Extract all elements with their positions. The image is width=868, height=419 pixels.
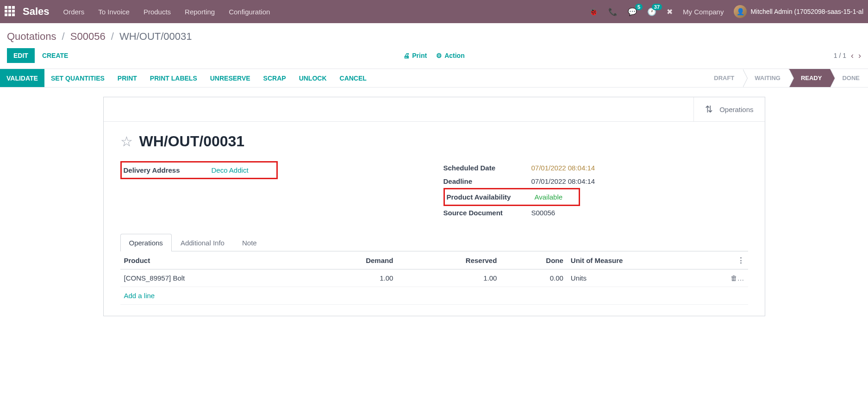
print-labels-button[interactable]: PRINT LABELS	[144, 69, 204, 87]
favorite-star-icon[interactable]: ☆	[120, 133, 133, 150]
scheduled-date-value: 07/01/2022 08:04:14	[531, 164, 595, 172]
availability-label: Product Availability	[447, 193, 535, 201]
avatar: 👤	[734, 5, 747, 18]
source-document-label: Source Document	[443, 209, 531, 217]
print-icon: 🖨	[403, 52, 410, 59]
breadcrumb-current: WH/OUT/00031	[119, 31, 192, 42]
availability-highlight: Product Availability Available	[443, 188, 580, 206]
stage-done[interactable]: DONE	[830, 69, 868, 87]
operations-stat-button[interactable]: ⇅ Operations	[693, 97, 764, 121]
scheduled-date-label: Scheduled Date	[443, 164, 531, 172]
activities-badge: 37	[652, 4, 662, 10]
delete-row-icon[interactable]: 🗑…	[731, 274, 744, 282]
tab-operations[interactable]: Operations	[120, 234, 172, 251]
phone-icon[interactable]: 📞	[608, 7, 618, 16]
deadline-value: 07/01/2022 08:04:14	[531, 177, 595, 185]
stage-draft[interactable]: DRAFT	[702, 69, 743, 87]
nav-to-invoice[interactable]: To Invoice	[98, 8, 130, 16]
delivery-address-label: Delivery Address	[124, 166, 212, 174]
messages-badge: 5	[635, 4, 643, 10]
record-title: WH/OUT/00031	[139, 133, 245, 150]
status-bar: VALIDATE SET QUANTITIES PRINT PRINT LABE…	[0, 69, 868, 88]
cell-product: [CONS_89957] Bolt	[120, 269, 304, 287]
breadcrumb-bar: Quotations / S00056 / WH/OUT/00031 EDIT …	[0, 23, 868, 69]
apps-icon[interactable]	[5, 6, 16, 17]
cell-reserved: 1.00	[397, 269, 500, 287]
cancel-button[interactable]: CANCEL	[333, 69, 373, 87]
scrap-button[interactable]: SCRAP	[257, 69, 293, 87]
button-box: ⇅ Operations	[104, 97, 765, 122]
breadcrumb: Quotations / S00056 / WH/OUT/00031	[7, 31, 861, 43]
cell-demand: 1.00	[304, 269, 397, 287]
table-options-icon[interactable]: ⋮	[737, 256, 744, 264]
stage-waiting[interactable]: WAITING	[743, 69, 789, 87]
nav-reporting[interactable]: Reporting	[185, 8, 215, 16]
availability-value: Available	[535, 193, 563, 201]
delivery-address-highlight: Delivery Address Deco Addict	[120, 161, 278, 179]
col-reserved: Reserved	[397, 251, 500, 269]
bug-icon[interactable]: 🐞	[589, 7, 598, 16]
print-action[interactable]: 🖨Print	[403, 52, 427, 59]
transfer-icon: ⇅	[705, 104, 713, 115]
cell-done: 0.00	[500, 269, 567, 287]
pager-next[interactable]: ›	[858, 51, 861, 61]
col-uom: Unit of Measure	[567, 251, 727, 269]
stage-ready[interactable]: READY	[789, 69, 831, 87]
breadcrumb-quotations[interactable]: Quotations	[7, 31, 56, 42]
stage-bar: DRAFT WAITING READY DONE	[702, 69, 868, 87]
col-done: Done	[500, 251, 567, 269]
brand-title[interactable]: Sales	[23, 6, 50, 18]
user-name: Mitchell Admin (17052098-saas-15-1-al	[750, 8, 863, 15]
table-row[interactable]: [CONS_89957] Bolt 1.00 1.00 0.00 Units 🗑…	[120, 269, 748, 287]
source-document-value: S00056	[531, 209, 556, 217]
deadline-label: Deadline	[443, 177, 531, 185]
breadcrumb-order[interactable]: S00056	[70, 31, 106, 42]
messages-icon[interactable]: 💬5	[628, 7, 637, 16]
user-menu[interactable]: 👤 Mitchell Admin (17052098-saas-15-1-al	[734, 5, 863, 18]
col-product: Product	[120, 251, 304, 269]
nav-orders[interactable]: Orders	[63, 8, 85, 16]
add-line-button[interactable]: Add a line	[124, 292, 155, 300]
nav-products[interactable]: Products	[144, 8, 171, 16]
col-demand: Demand	[304, 251, 397, 269]
pager-count: 1 / 1	[834, 52, 846, 59]
unreserve-button[interactable]: UNRESERVE	[204, 69, 257, 87]
pager-prev[interactable]: ‹	[851, 51, 854, 61]
company-selector[interactable]: My Company	[683, 8, 724, 16]
set-quantities-button[interactable]: SET QUANTITIES	[44, 69, 111, 87]
tab-note[interactable]: Note	[233, 234, 266, 251]
validate-button[interactable]: VALIDATE	[0, 69, 44, 87]
cell-uom: Units	[567, 269, 727, 287]
form-sheet: ⇅ Operations ☆ WH/OUT/00031 Delivery Add…	[103, 97, 765, 316]
nav-configuration[interactable]: Configuration	[229, 8, 270, 16]
tab-additional-info[interactable]: Additional Info	[172, 234, 233, 251]
activities-icon[interactable]: 🕐37	[647, 7, 656, 16]
action-menu[interactable]: ⚙Action	[436, 52, 465, 59]
tabs: Operations Additional Info Note	[120, 233, 748, 251]
print-button[interactable]: PRINT	[111, 69, 144, 87]
delivery-address-link[interactable]: Deco Addict	[212, 166, 249, 174]
unlock-button[interactable]: UNLOCK	[293, 69, 333, 87]
tools-icon[interactable]: ✖	[667, 7, 673, 16]
top-nav: Sales Orders To Invoice Products Reporti…	[0, 0, 868, 23]
gear-icon: ⚙	[436, 52, 442, 59]
operations-table: Product Demand Reserved Done Unit of Mea…	[120, 251, 748, 305]
edit-button[interactable]: EDIT	[7, 48, 35, 63]
create-button[interactable]: CREATE	[42, 52, 69, 59]
